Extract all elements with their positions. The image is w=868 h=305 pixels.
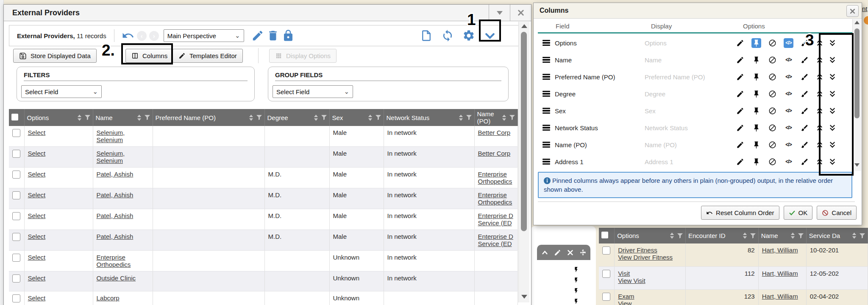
edit-icon[interactable] xyxy=(735,157,745,167)
encounter-action-link[interactable]: View Visit xyxy=(618,277,645,284)
drag-handle-icon[interactable] xyxy=(542,106,550,115)
style-brush-icon[interactable] xyxy=(800,72,810,82)
encounter-action-link[interactable]: Exam xyxy=(618,293,634,300)
dialog-close-button[interactable] xyxy=(846,5,859,17)
move-top-icon[interactable] xyxy=(815,55,824,65)
move-bottom-icon[interactable] xyxy=(827,38,837,48)
encounter-action-link[interactable]: View Driver Fitness xyxy=(618,254,673,261)
row-checkbox[interactable] xyxy=(12,191,20,199)
hide-icon[interactable] xyxy=(768,123,777,133)
style-brush-icon[interactable] xyxy=(800,38,810,48)
filter-funnel-icon[interactable] xyxy=(677,233,683,238)
filter-funnel-icon[interactable] xyxy=(860,233,865,238)
partial-link[interactable]: nt xyxy=(862,5,868,12)
drag-handle-icon[interactable] xyxy=(542,73,550,81)
display-options-button[interactable]: Display Options xyxy=(269,49,337,63)
sort-icon[interactable] xyxy=(502,115,506,121)
style-brush-icon[interactable] xyxy=(800,106,810,116)
hide-icon[interactable] xyxy=(768,89,777,99)
move-bottom-icon[interactable] xyxy=(827,106,837,116)
store-displayed-data-button[interactable]: Store Displayed Data xyxy=(13,49,97,63)
templates-editor-button[interactable]: Templates Editor xyxy=(172,49,243,63)
sort-icon[interactable] xyxy=(249,115,253,121)
filter-funnel-icon[interactable] xyxy=(798,233,804,238)
code-icon[interactable]: </> xyxy=(784,38,793,48)
sort-icon[interactable] xyxy=(743,232,747,239)
provider-name-link[interactable]: Patel, Ashish xyxy=(97,212,134,219)
pin-icon[interactable] xyxy=(751,123,761,133)
window-menu-button[interactable] xyxy=(489,5,510,21)
select-link[interactable]: Select xyxy=(28,171,46,178)
code-icon[interactable]: </> xyxy=(784,72,793,82)
header-checkbox[interactable] xyxy=(11,114,18,120)
organization-link[interactable]: Enterprise Orthopedics xyxy=(478,191,512,206)
move-top-icon[interactable] xyxy=(815,72,824,82)
organization-link[interactable]: Better Corp xyxy=(478,150,511,157)
organization-link[interactable]: Better Corp xyxy=(478,129,511,136)
trash-icon[interactable] xyxy=(267,29,279,42)
select-link[interactable]: Select xyxy=(28,191,46,199)
move-bottom-icon[interactable] xyxy=(827,72,837,82)
organization-link[interactable]: Enterprise Orthopedics xyxy=(478,171,512,185)
encounter-action-link[interactable]: Driver Fitness xyxy=(618,246,657,254)
row-checkbox[interactable] xyxy=(12,274,20,283)
sort-icon[interactable] xyxy=(368,115,373,121)
provider-name-link[interactable]: Selenium, Selenium xyxy=(97,150,125,164)
edit-icon[interactable] xyxy=(554,249,561,256)
window-scrollbar[interactable] xyxy=(518,22,529,302)
move-icon[interactable] xyxy=(579,249,587,256)
select-all-header[interactable] xyxy=(599,228,615,243)
select-link[interactable]: Select xyxy=(28,274,46,282)
pin-icon[interactable] xyxy=(751,157,761,167)
move-bottom-icon[interactable] xyxy=(827,89,837,99)
provider-name-link[interactable]: Patel, Ashish xyxy=(97,233,134,240)
hide-icon[interactable] xyxy=(768,140,777,150)
hide-icon[interactable] xyxy=(768,38,777,48)
sort-icon[interactable] xyxy=(459,115,463,121)
sort-icon[interactable] xyxy=(852,232,857,239)
move-bottom-icon[interactable] xyxy=(827,157,837,167)
row-checkbox[interactable] xyxy=(12,294,20,302)
move-top-icon[interactable] xyxy=(815,157,824,167)
edit-icon[interactable] xyxy=(735,38,745,48)
edit-icon[interactable] xyxy=(735,140,745,150)
scroll-up-icon[interactable] xyxy=(853,21,861,24)
code-icon[interactable]: </> xyxy=(784,140,793,150)
select-link[interactable]: Select xyxy=(28,254,46,261)
style-brush-icon[interactable] xyxy=(800,123,810,133)
move-bottom-icon[interactable] xyxy=(827,123,837,133)
pin-icon[interactable] xyxy=(751,89,761,99)
settings-gear-icon[interactable] xyxy=(462,29,475,42)
refresh-icon[interactable] xyxy=(441,29,454,42)
style-brush-icon[interactable] xyxy=(800,55,810,65)
filter-funnel-icon[interactable] xyxy=(85,115,90,120)
scroll-down-icon[interactable] xyxy=(853,163,861,167)
move-top-icon[interactable] xyxy=(815,106,824,116)
move-top-icon[interactable] xyxy=(815,140,824,150)
filter-funnel-icon[interactable] xyxy=(509,115,515,120)
drag-handle-icon[interactable] xyxy=(542,140,550,149)
provider-name-link[interactable]: Patel, Ashish xyxy=(97,191,134,199)
select-all-header[interactable] xyxy=(9,109,24,126)
scroll-up-icon[interactable] xyxy=(519,24,529,28)
new-document-icon[interactable] xyxy=(420,29,433,42)
select-link[interactable]: Select xyxy=(28,150,46,157)
undo-icon[interactable] xyxy=(122,29,134,42)
drag-handle-icon[interactable] xyxy=(542,56,550,64)
pin-icon[interactable] xyxy=(751,38,761,48)
patient-name-link[interactable]: Hart, William xyxy=(762,293,798,300)
organization-link[interactable]: Enterprise D Service (ED xyxy=(478,212,513,227)
pin-icon[interactable] xyxy=(751,106,761,116)
provider-name-link[interactable]: Patel, Ashish xyxy=(97,171,134,178)
filter-funnel-icon[interactable] xyxy=(256,115,262,120)
provider-name-link[interactable]: Outside Clinic xyxy=(97,274,136,282)
row-checkbox[interactable] xyxy=(12,254,20,262)
code-icon[interactable]: </> xyxy=(784,89,793,99)
pin-icon[interactable] xyxy=(751,55,761,65)
provider-name-link[interactable]: Enterprise Orthopedics xyxy=(97,254,131,268)
sort-icon[interactable] xyxy=(314,115,318,121)
move-bottom-icon[interactable] xyxy=(827,140,837,150)
edit-icon[interactable] xyxy=(735,55,745,65)
select-link[interactable]: Select xyxy=(28,294,46,302)
lock-icon[interactable] xyxy=(282,29,295,42)
